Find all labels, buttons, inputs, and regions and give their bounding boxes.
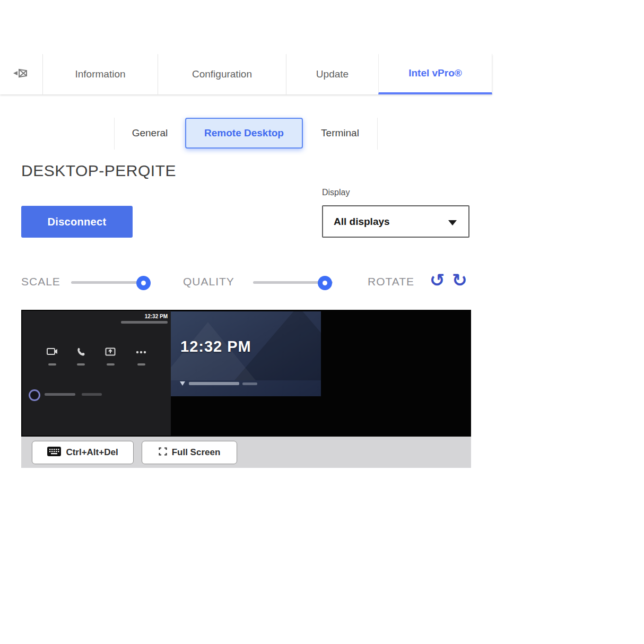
fullscreen-icon: [159, 447, 167, 458]
preview-control-bar: Ctrl+Alt+Del Full Screen: [21, 437, 471, 468]
more-icon: [135, 347, 147, 360]
rotate-ccw-icon[interactable]: ↺: [430, 271, 445, 289]
console-action-more: [132, 347, 151, 365]
rotate-label: ROTATE: [368, 275, 414, 288]
subtab-general[interactable]: General: [115, 118, 185, 149]
console-status-line: [45, 393, 75, 396]
ctrl-alt-del-label: Ctrl+Alt+Del: [66, 447, 118, 458]
rotate-cw-icon[interactable]: ↻: [452, 271, 467, 289]
tab-configuration-label: Configuration: [192, 68, 252, 80]
meet-icon: [46, 347, 58, 360]
subtab-remote-desktop-label: Remote Desktop: [204, 127, 284, 138]
scale-slider-thumb[interactable]: [136, 276, 151, 290]
console-subtitle-line: [121, 321, 168, 324]
console-action-label: [137, 363, 145, 365]
display-select[interactable]: All displays: [322, 205, 469, 238]
main-tab-bar: Information Configuration Update Intel v…: [0, 54, 492, 94]
remote-screen-console: 12:32 PM: [22, 311, 171, 436]
subtab-terminal-label: Terminal: [321, 127, 359, 138]
console-action-label: [48, 363, 56, 365]
logo-icon: [179, 379, 186, 388]
console-clock: 12:32 PM: [145, 314, 168, 319]
remote-screen-display: 12:32 PM: [171, 311, 321, 396]
tab-intel-vpro[interactable]: Intel vPro®: [378, 54, 492, 94]
quality-slider-thumb[interactable]: [318, 276, 332, 290]
tab-information[interactable]: Information: [42, 54, 158, 94]
speaker-icon: [12, 66, 31, 82]
page-title: DESKTOP-PERQITE: [21, 162, 176, 180]
phone-icon: [75, 347, 86, 360]
teams-badge-icon: [29, 389, 40, 401]
vpro-subtab-bar: General Remote Desktop Terminal: [114, 118, 378, 150]
remote-desktop-page: Information Configuration Update Intel v…: [0, 0, 644, 644]
console-action-share: [101, 347, 120, 365]
tab-information-label: Information: [75, 68, 125, 80]
scale-slider-label: SCALE: [21, 275, 60, 288]
subtab-general-label: General: [132, 127, 168, 138]
console-action-label: [107, 363, 115, 365]
tab-update-label: Update: [316, 68, 349, 80]
display-select-value: All displays: [334, 206, 390, 237]
display-clock: 12:32 PM: [180, 338, 251, 355]
quality-slider-label: QUALITY: [183, 275, 234, 288]
console-status-line: [82, 393, 102, 396]
display-status-row: [179, 379, 257, 388]
console-action-meet: [42, 347, 62, 365]
full-screen-button[interactable]: Full Screen: [142, 441, 237, 464]
share-screen-icon: [105, 347, 116, 360]
remote-desktop-canvas[interactable]: 12:32 PM: [21, 310, 471, 437]
display-status-line: [242, 382, 257, 385]
tab-update[interactable]: Update: [286, 54, 378, 94]
tab-audio[interactable]: [0, 54, 42, 94]
disconnect-button[interactable]: Disconnect: [21, 206, 133, 238]
tab-configuration[interactable]: Configuration: [158, 54, 286, 94]
console-action-call: [71, 347, 90, 365]
display-status-line: [189, 382, 239, 385]
display-select-label: Display: [322, 188, 350, 197]
tab-intel-vpro-label: Intel vPro®: [408, 67, 462, 79]
console-action-label: [77, 363, 85, 365]
keyboard-icon: [47, 447, 61, 459]
full-screen-label: Full Screen: [172, 447, 221, 458]
subtab-remote-desktop[interactable]: Remote Desktop: [185, 118, 303, 149]
subtab-terminal[interactable]: Terminal: [303, 118, 377, 149]
ctrl-alt-del-button[interactable]: Ctrl+Alt+Del: [32, 441, 134, 464]
chevron-down-icon: [448, 220, 457, 225]
